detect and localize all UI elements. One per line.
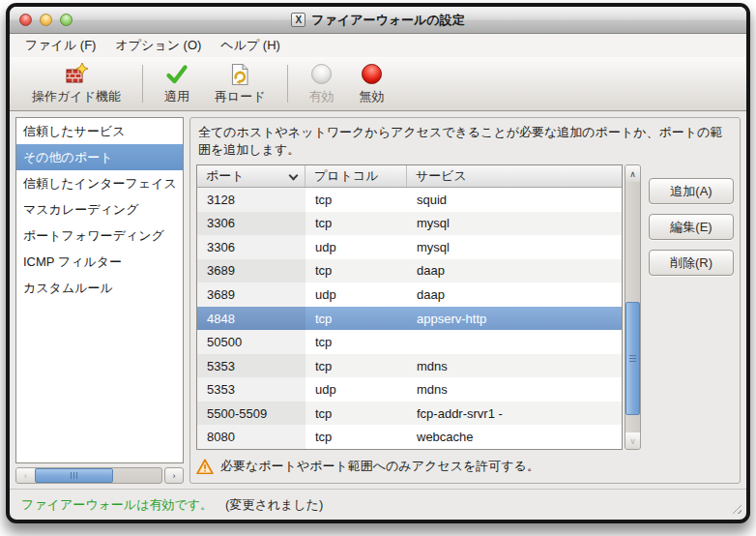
scroll-left-arrow-icon[interactable]: ‹ — [16, 468, 35, 483]
scroll-up-arrow-icon[interactable]: ∧ — [625, 165, 640, 182]
cell-port: 8080 — [197, 425, 305, 449]
sort-descending-icon — [289, 172, 297, 180]
apply-button-label: 適用 — [164, 88, 189, 105]
cell-protocol: udp — [305, 283, 407, 307]
cell-protocol: tcp — [305, 402, 407, 426]
table-row[interactable]: 3306 tcp mysql — [197, 212, 622, 236]
cell-service: mdns — [407, 354, 622, 378]
warning-text: 必要なポートやポート範囲へのみアクセスを許可する。 — [220, 458, 539, 475]
apply-button[interactable]: 適用 — [152, 57, 202, 110]
sidebar-item[interactable]: ICMP フィルター — [16, 249, 183, 275]
sidebar-item[interactable]: 信頼したサービス — [16, 118, 183, 144]
table-header: ポート プロトコル サービス — [197, 165, 622, 188]
column-header-service[interactable]: サービス — [407, 165, 622, 187]
table-row[interactable]: 3128 tcp squid — [197, 188, 622, 212]
scroll-down-arrow-icon[interactable]: ∨ — [625, 432, 640, 449]
disable-red-orb-icon — [362, 61, 382, 87]
disable-button-label: 無効 — [360, 88, 385, 105]
cell-port: 4848 — [197, 307, 305, 331]
scroll-right-arrow-icon[interactable]: › — [164, 467, 184, 484]
hscroll-thumb[interactable] — [35, 468, 113, 483]
table-body: 3128 tcp squid 3306 tcp mysql 3306 udp m… — [197, 188, 622, 449]
action-buttons: 追加(A) 編集(E) 削除(R) — [649, 164, 734, 450]
table-row[interactable]: 3689 tcp daap — [197, 259, 622, 283]
sidebar: 信頼したサービスその他のポート信頼したインターフェイスマスカレーディングポートフ… — [15, 117, 184, 484]
wizard-button[interactable]: 操作ガイド機能 — [19, 57, 133, 110]
column-header-protocol[interactable]: プロトコル — [305, 165, 407, 187]
window-title: ファイアーウォールの設定 — [311, 12, 464, 29]
cell-port: 3306 — [197, 235, 305, 259]
table-row[interactable]: 5500-5509 tcp fcp-addr-srvr1 - — [197, 402, 622, 426]
cell-service: mysql — [407, 235, 622, 259]
table-row[interactable]: 50500 tcp — [197, 330, 622, 354]
table-row[interactable]: 3689 udp daap — [197, 283, 622, 307]
delete-button[interactable]: 削除(R) — [649, 250, 734, 276]
status-bar: ファイアーウォールは有効です。 (変更されました) — [10, 489, 746, 520]
disable-button[interactable]: 無効 — [347, 57, 397, 110]
cell-port: 3689 — [197, 283, 305, 307]
cell-service: mysql — [407, 212, 622, 236]
cell-service: daap — [407, 259, 622, 283]
modified-note: (変更されました) — [225, 496, 323, 514]
vscroll-thumb[interactable] — [625, 302, 640, 415]
table-row[interactable]: 5353 tcp mdns — [197, 354, 622, 378]
table-row[interactable]: 5353 udp mdns — [197, 377, 622, 402]
close-button[interactable] — [19, 14, 32, 26]
sidebar-item[interactable]: ポートフォワーディング — [16, 223, 183, 249]
menu-options[interactable]: オプション (O) — [105, 34, 211, 57]
cell-port: 50500 — [197, 330, 305, 354]
ports-panel: 全てのホストやネットワークからアクセスできることが必要な追加のポートか、ポートの… — [189, 117, 741, 484]
ports-table: ポート プロトコル サービス 3128 tcp squid 3306 tcp m… — [196, 164, 623, 450]
cell-protocol: tcp — [305, 425, 407, 449]
cell-service: fcp-addr-srvr1 - — [407, 402, 622, 426]
minimize-button[interactable] — [40, 14, 52, 26]
zoom-button[interactable] — [60, 14, 73, 26]
reload-button-label: 再ロード — [215, 88, 266, 105]
firewall-settings-window: X ファイアーウォールの設定 ファイル (F) オプション (O) ヘルプ (H… — [10, 7, 746, 520]
table-vertical-scrollbar[interactable]: ∧ ∨ — [625, 164, 641, 450]
cell-service: appserv-http — [407, 307, 622, 331]
toolbar-separator — [287, 65, 288, 103]
menu-help[interactable]: ヘルプ (H) — [211, 34, 290, 57]
firewall-status-text: ファイアーウォールは有効です。 — [21, 496, 213, 514]
add-button[interactable]: 追加(A) — [649, 178, 734, 204]
menu-bar: ファイル (F) オプション (O) ヘルプ (H) — [10, 34, 746, 57]
content-area: 信頼したサービスその他のポート信頼したインターフェイスマスカレーディングポートフ… — [10, 111, 746, 489]
cell-protocol: tcp — [305, 354, 407, 378]
sidebar-horizontal-scrollbar[interactable]: ‹ › — [15, 467, 184, 484]
cell-protocol: tcp — [305, 212, 407, 236]
sidebar-list: 信頼したサービスその他のポート信頼したインターフェイスマスカレーディングポートフ… — [15, 117, 184, 463]
cell-port: 5353 — [197, 354, 305, 378]
table-row[interactable]: 4848 tcp appserv-http — [197, 307, 622, 331]
warning-triangle-icon — [196, 459, 214, 475]
cell-service: squid — [407, 188, 622, 212]
resize-grip[interactable] — [728, 500, 741, 514]
cell-protocol: tcp — [305, 188, 407, 212]
cell-port: 5353 — [197, 377, 305, 402]
wizard-button-label: 操作ガイド機能 — [32, 88, 121, 105]
reload-button[interactable]: 再ロード — [202, 57, 278, 110]
cell-port: 3689 — [197, 259, 305, 283]
enable-button-label: 有効 — [309, 88, 334, 105]
column-header-port[interactable]: ポート — [197, 165, 305, 187]
sidebar-item[interactable]: 信頼したインターフェイス — [16, 170, 183, 196]
sidebar-item[interactable]: カスタムルール — [16, 275, 183, 301]
traffic-lights — [19, 14, 73, 26]
sidebar-item[interactable]: その他のポート — [16, 144, 183, 170]
cell-protocol: udp — [305, 377, 407, 402]
menu-file[interactable]: ファイル (F) — [15, 34, 105, 57]
title-bar[interactable]: X ファイアーウォールの設定 — [10, 7, 746, 34]
edit-button[interactable]: 編集(E) — [649, 214, 734, 240]
sidebar-item[interactable]: マスカレーディング — [16, 196, 183, 223]
cell-service: daap — [407, 283, 622, 307]
cell-protocol: tcp — [305, 330, 407, 354]
table-row[interactable]: 8080 tcp webcache — [197, 425, 622, 449]
cell-port: 5500-5509 — [197, 402, 305, 426]
cell-service — [407, 330, 622, 354]
vscroll-track[interactable] — [625, 182, 640, 432]
reload-document-icon — [227, 61, 252, 87]
table-row[interactable]: 3306 udp mysql — [197, 235, 622, 259]
toolbar-separator — [142, 65, 143, 103]
panel-description: 全てのホストやネットワークからアクセスできることが必要な追加のポートか、ポートの… — [198, 124, 734, 159]
hscroll-track[interactable] — [35, 468, 161, 483]
